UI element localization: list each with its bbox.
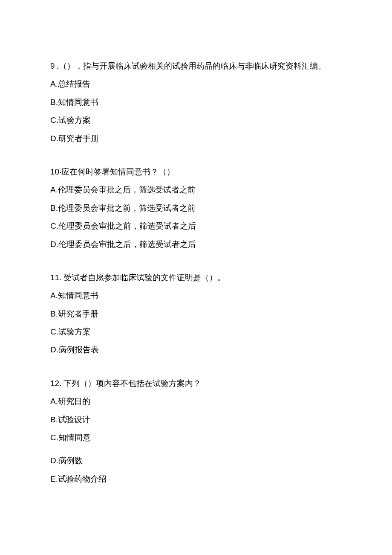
question-stem: 12. 下列（）项内容不包括在试验方案内？ [50, 377, 342, 390]
question-text: 下列（）项内容不包括在试验方案内？ [63, 379, 201, 388]
option-letter: C. [50, 221, 58, 230]
option-letter: D. [50, 240, 58, 249]
option-text: 总结报告 [58, 79, 90, 88]
option-text: 病例数 [58, 456, 83, 465]
question-number: 12. [50, 379, 61, 388]
option-text: 试验方案 [58, 116, 91, 125]
option-letter: D. [50, 345, 58, 354]
option: B.知情同意书 [50, 96, 342, 109]
option-letter: B. [50, 309, 58, 318]
question-text: 受试者自愿参加临床试验的文件证明是（）。 [63, 273, 225, 282]
option-letter: B. [50, 203, 58, 212]
question-text: （），指与开展临床试验相关的试验用药品的临床与非临床研究资料汇编。 [59, 61, 326, 70]
option-letter: E. [50, 474, 58, 483]
option-text: 研究目的 [58, 397, 90, 406]
option: A.知情同意书 [50, 289, 342, 302]
option: A.研究目的 [50, 395, 342, 408]
option-letter: A. [50, 397, 58, 406]
question-stem: 10·应在何时签署知情同意书？（） [50, 166, 342, 178]
option: D.病例报告表 [50, 343, 342, 356]
option-text: 研究者手册 [58, 309, 98, 318]
option-letter: A. [50, 79, 58, 88]
option: A.总结报告 [50, 78, 342, 90]
question-block: 10·应在何时签署知情同意书？（） A.伦理委员会审批之后，筛选受试者之前 B.… [50, 166, 342, 251]
option: D.伦理委员会审批之后，筛选受试者之后 [50, 238, 342, 251]
option-text: 伦理委员会审批之前，筛选受试者之前 [58, 203, 196, 212]
option-letter: B. [50, 98, 58, 107]
option: C.伦理委员会审批之前，筛选受试者之后 [50, 220, 342, 232]
option-letter: C. [50, 116, 58, 125]
option-text: 伦理委员会审批之后，筛选受试者之前 [58, 185, 196, 194]
option-text: 伦理委员会审批之前，筛选受试者之后 [58, 221, 196, 230]
option: C.试验方案 [50, 325, 342, 338]
option-text: 试验方案 [58, 327, 91, 336]
question-stem: 11. 受试者自愿参加临床试验的文件证明是（）。 [50, 271, 342, 284]
option-text: 知情同意书 [58, 291, 98, 300]
option: D.研究者手册 [50, 132, 342, 145]
option-letter: B. [50, 415, 58, 424]
option-text: 知情同意 [58, 433, 91, 442]
option-letter: C. [50, 433, 58, 442]
option: C.试验方案 [50, 114, 342, 127]
option-letter: D. [50, 456, 58, 465]
document-page: 9 .（），指与开展临床试验相关的试验用药品的临床与非临床研究资料汇编。 A.总… [0, 0, 392, 549]
option: E.试验药物介绍 [50, 473, 342, 485]
question-text: 应在何时签署知情同意书？（） [61, 167, 175, 176]
option-text: 知情同意书 [58, 98, 98, 107]
option-letter: C. [50, 327, 58, 336]
question-block: 11. 受试者自愿参加临床试验的文件证明是（）。 A.知情同意书 B.研究者手册… [50, 271, 342, 357]
option-letter: A. [50, 291, 58, 300]
option: D.病例数 [50, 454, 342, 467]
question-number: 11. [50, 273, 61, 282]
question-stem: 9 .（），指与开展临床试验相关的试验用药品的临床与非临床研究资料汇编。 [50, 60, 342, 73]
question-block: 12. 下列（）项内容不包括在试验方案内？ A.研究目的 B.试验设计 C.知情… [50, 377, 342, 485]
option-text: 研究者手册 [58, 134, 99, 143]
question-block: 9 .（），指与开展临床试验相关的试验用药品的临床与非临床研究资料汇编。 A.总… [50, 60, 342, 145]
option-letter: D. [50, 134, 58, 143]
question-number: 10· [50, 167, 61, 176]
question-number: 9 [50, 61, 55, 70]
question-sep: . [55, 61, 59, 70]
option-text: 病例报告表 [58, 345, 99, 354]
option: A.伦理委员会审批之后，筛选受试者之前 [50, 183, 342, 196]
option: B.研究者手册 [50, 308, 342, 320]
option-text: 伦理委员会审批之后，筛选受试者之后 [58, 240, 196, 249]
option: B.试验设计 [50, 413, 342, 426]
option-text: 试验药物介绍 [58, 474, 107, 483]
option-letter: A. [50, 185, 58, 194]
option-text: 试验设计 [58, 415, 90, 424]
option: C.知情同意 [50, 431, 342, 444]
option: B.伦理委员会审批之前，筛选受试者之前 [50, 202, 342, 215]
